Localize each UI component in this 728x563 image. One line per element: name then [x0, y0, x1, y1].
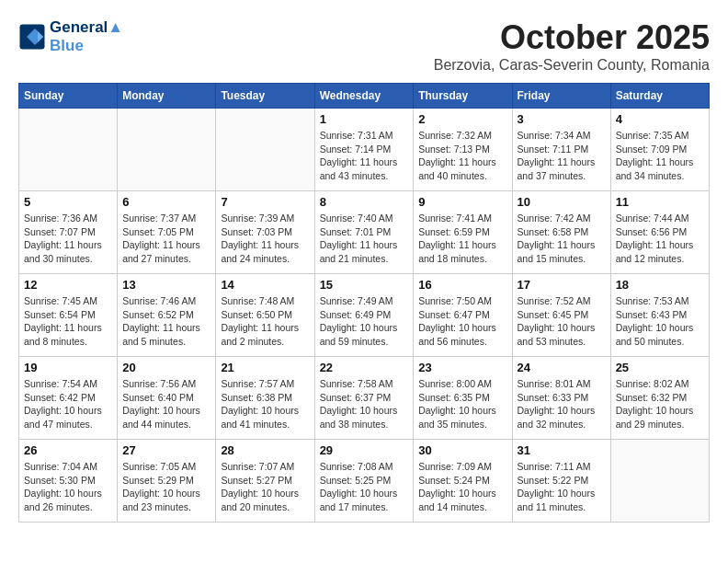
calendar-cell: 14Sunrise: 7:48 AM Sunset: 6:50 PM Dayli…: [216, 274, 314, 357]
day-info: Sunrise: 8:01 AM Sunset: 6:33 PM Dayligh…: [518, 377, 606, 431]
day-info: Sunrise: 7:37 AM Sunset: 7:05 PM Dayligh…: [122, 212, 210, 266]
calendar-week-row: 1Sunrise: 7:31 AM Sunset: 7:14 PM Daylig…: [19, 109, 710, 191]
day-number: 22: [320, 361, 409, 374]
day-number: 16: [418, 278, 506, 292]
day-number: 18: [616, 278, 704, 292]
day-number: 8: [320, 195, 409, 209]
day-info: Sunrise: 7:54 AM Sunset: 6:42 PM Dayligh…: [24, 377, 112, 431]
calendar-cell: 5Sunrise: 7:36 AM Sunset: 7:07 PM Daylig…: [19, 191, 118, 274]
day-info: Sunrise: 7:46 AM Sunset: 6:52 PM Dayligh…: [122, 294, 210, 349]
calendar-cell: 28Sunrise: 7:07 AM Sunset: 5:27 PM Dayli…: [216, 440, 314, 523]
day-number: 2: [418, 112, 506, 126]
day-info: Sunrise: 7:32 AM Sunset: 7:13 PM Dayligh…: [418, 129, 506, 183]
calendar-cell: 4Sunrise: 7:35 AM Sunset: 7:09 PM Daylig…: [610, 109, 709, 191]
calendar-cell: 13Sunrise: 7:46 AM Sunset: 6:52 PM Dayli…: [118, 274, 216, 357]
calendar-cell: [19, 109, 118, 191]
calendar-cell: 16Sunrise: 7:50 AM Sunset: 6:47 PM Dayli…: [414, 274, 512, 357]
day-info: Sunrise: 7:44 AM Sunset: 6:56 PM Dayligh…: [616, 212, 704, 266]
day-info: Sunrise: 7:48 AM Sunset: 6:50 PM Dayligh…: [221, 294, 309, 349]
day-number: 6: [122, 195, 210, 209]
day-number: 15: [320, 278, 409, 292]
day-number: 11: [616, 195, 704, 209]
day-info: Sunrise: 7:42 AM Sunset: 6:58 PM Dayligh…: [518, 212, 606, 266]
calendar-day-header: Saturday: [610, 84, 709, 109]
day-number: 7: [221, 195, 309, 209]
calendar-cell: 1Sunrise: 7:31 AM Sunset: 7:14 PM Daylig…: [314, 109, 414, 191]
day-info: Sunrise: 7:40 AM Sunset: 7:01 PM Dayligh…: [320, 212, 409, 266]
logo-icon: [18, 23, 46, 51]
day-number: 19: [24, 361, 112, 374]
day-info: Sunrise: 7:45 AM Sunset: 6:54 PM Dayligh…: [24, 294, 112, 349]
calendar-cell: 23Sunrise: 8:00 AM Sunset: 6:35 PM Dayli…: [414, 357, 512, 440]
day-number: 30: [418, 443, 506, 457]
day-number: 25: [616, 361, 704, 374]
day-info: Sunrise: 7:39 AM Sunset: 7:03 PM Dayligh…: [221, 212, 309, 266]
day-number: 26: [24, 443, 112, 457]
day-info: Sunrise: 7:09 AM Sunset: 5:24 PM Dayligh…: [418, 460, 506, 514]
calendar-week-row: 19Sunrise: 7:54 AM Sunset: 6:42 PM Dayli…: [19, 357, 710, 440]
calendar-table: SundayMondayTuesdayWednesdayThursdayFrid…: [18, 83, 710, 523]
calendar-header-row: SundayMondayTuesdayWednesdayThursdayFrid…: [19, 84, 710, 109]
calendar-cell: [118, 109, 216, 191]
calendar-cell: 7Sunrise: 7:39 AM Sunset: 7:03 PM Daylig…: [216, 191, 314, 274]
calendar-day-header: Thursday: [414, 84, 512, 109]
day-number: 4: [616, 112, 704, 126]
day-info: Sunrise: 7:36 AM Sunset: 7:07 PM Dayligh…: [24, 212, 112, 266]
day-number: 9: [418, 195, 506, 209]
day-info: Sunrise: 7:56 AM Sunset: 6:40 PM Dayligh…: [122, 377, 210, 431]
day-info: Sunrise: 8:00 AM Sunset: 6:35 PM Dayligh…: [418, 377, 506, 431]
calendar-cell: 24Sunrise: 8:01 AM Sunset: 6:33 PM Dayli…: [512, 357, 610, 440]
day-number: 28: [221, 443, 309, 457]
calendar-day-header: Wednesday: [314, 84, 414, 109]
calendar-cell: [610, 440, 709, 523]
calendar-cell: 17Sunrise: 7:52 AM Sunset: 6:45 PM Dayli…: [512, 274, 610, 357]
day-info: Sunrise: 8:02 AM Sunset: 6:32 PM Dayligh…: [616, 377, 704, 431]
calendar-cell: 29Sunrise: 7:08 AM Sunset: 5:25 PM Dayli…: [314, 440, 414, 523]
calendar-day-header: Sunday: [19, 84, 118, 109]
day-number: 20: [122, 361, 210, 374]
calendar-cell: 26Sunrise: 7:04 AM Sunset: 5:30 PM Dayli…: [19, 440, 118, 523]
page-header: General▲ Blue October 2025 Berzovia, Car…: [18, 18, 710, 74]
day-info: Sunrise: 7:52 AM Sunset: 6:45 PM Dayligh…: [518, 294, 606, 349]
subtitle: Berzovia, Caras-Severin County, Romania: [434, 57, 710, 74]
calendar-week-row: 26Sunrise: 7:04 AM Sunset: 5:30 PM Dayli…: [19, 440, 710, 523]
calendar-cell: 27Sunrise: 7:05 AM Sunset: 5:29 PM Dayli…: [118, 440, 216, 523]
day-number: 27: [122, 443, 210, 457]
day-info: Sunrise: 7:35 AM Sunset: 7:09 PM Dayligh…: [616, 129, 704, 183]
day-number: 17: [518, 278, 606, 292]
calendar-cell: 21Sunrise: 7:57 AM Sunset: 6:38 PM Dayli…: [216, 357, 314, 440]
calendar-cell: [216, 109, 314, 191]
day-number: 1: [320, 112, 409, 126]
calendar-cell: 9Sunrise: 7:41 AM Sunset: 6:59 PM Daylig…: [414, 191, 512, 274]
calendar-week-row: 12Sunrise: 7:45 AM Sunset: 6:54 PM Dayli…: [19, 274, 710, 357]
day-number: 29: [320, 443, 409, 457]
calendar-week-row: 5Sunrise: 7:36 AM Sunset: 7:07 PM Daylig…: [19, 191, 710, 274]
day-info: Sunrise: 7:50 AM Sunset: 6:47 PM Dayligh…: [418, 294, 506, 349]
day-number: 3: [518, 112, 606, 126]
calendar-day-header: Friday: [512, 84, 610, 109]
calendar-cell: 18Sunrise: 7:53 AM Sunset: 6:43 PM Dayli…: [610, 274, 709, 357]
calendar-day-header: Tuesday: [216, 84, 314, 109]
day-number: 24: [518, 361, 606, 374]
day-info: Sunrise: 7:57 AM Sunset: 6:38 PM Dayligh…: [221, 377, 309, 431]
calendar-cell: 10Sunrise: 7:42 AM Sunset: 6:58 PM Dayli…: [512, 191, 610, 274]
calendar-cell: 30Sunrise: 7:09 AM Sunset: 5:24 PM Dayli…: [414, 440, 512, 523]
calendar-day-header: Monday: [118, 84, 216, 109]
calendar-cell: 2Sunrise: 7:32 AM Sunset: 7:13 PM Daylig…: [414, 109, 512, 191]
day-info: Sunrise: 7:31 AM Sunset: 7:14 PM Dayligh…: [320, 129, 409, 183]
day-info: Sunrise: 7:58 AM Sunset: 6:37 PM Dayligh…: [320, 377, 409, 431]
calendar-cell: 12Sunrise: 7:45 AM Sunset: 6:54 PM Dayli…: [19, 274, 118, 357]
calendar-cell: 19Sunrise: 7:54 AM Sunset: 6:42 PM Dayli…: [19, 357, 118, 440]
day-number: 12: [24, 278, 112, 292]
day-info: Sunrise: 7:49 AM Sunset: 6:49 PM Dayligh…: [320, 294, 409, 349]
calendar-cell: 22Sunrise: 7:58 AM Sunset: 6:37 PM Dayli…: [314, 357, 414, 440]
day-number: 21: [221, 361, 309, 374]
calendar-cell: 6Sunrise: 7:37 AM Sunset: 7:05 PM Daylig…: [118, 191, 216, 274]
calendar-cell: 15Sunrise: 7:49 AM Sunset: 6:49 PM Dayli…: [314, 274, 414, 357]
day-info: Sunrise: 7:53 AM Sunset: 6:43 PM Dayligh…: [616, 294, 704, 349]
calendar-cell: 3Sunrise: 7:34 AM Sunset: 7:11 PM Daylig…: [512, 109, 610, 191]
logo-text: General▲ Blue: [50, 18, 123, 55]
day-info: Sunrise: 7:07 AM Sunset: 5:27 PM Dayligh…: [221, 460, 309, 514]
day-info: Sunrise: 7:05 AM Sunset: 5:29 PM Dayligh…: [122, 460, 210, 514]
calendar-cell: 8Sunrise: 7:40 AM Sunset: 7:01 PM Daylig…: [314, 191, 414, 274]
